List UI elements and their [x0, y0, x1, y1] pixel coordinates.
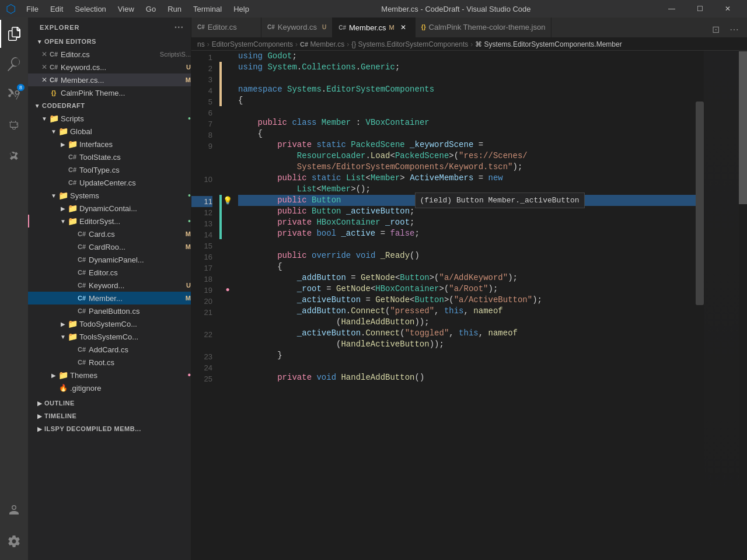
settings-icon[interactable]	[0, 527, 28, 555]
close-button[interactable]: ✕	[714, 0, 741, 18]
close-icon[interactable]: ✕	[40, 62, 49, 72]
close-icon[interactable]	[40, 88, 49, 97]
menu-selection[interactable]: Selection	[70, 4, 110, 15]
tab-close-button[interactable]: ✕	[397, 22, 409, 33]
file-addcard[interactable]: C# AddCard.cs	[28, 343, 191, 356]
file-member[interactable]: C# Member... M	[28, 292, 191, 304]
folder-todosystem[interactable]: ▶ 📁 TodoSystemCo...	[28, 317, 191, 330]
code-line-18: _addButton = GetNode<Button>("a/AddKeywo…	[238, 272, 696, 284]
file-tooltype[interactable]: C# ToolType.cs	[28, 163, 191, 176]
menu-help[interactable]: Help	[229, 4, 254, 15]
scrollbar-thumb[interactable]	[696, 102, 704, 305]
tab-calmpink-json[interactable]: {} CalmPink Theme-color-theme.json	[416, 18, 552, 37]
modified-indicator: M	[389, 24, 395, 31]
outline-section[interactable]: ▶ OUTLINE	[28, 397, 191, 410]
code-editor[interactable]: using Godot; using System.Collections.Ge…	[233, 51, 696, 560]
activity-bar-bottom	[0, 497, 28, 560]
file-editor[interactable]: C# Editor.cs	[28, 266, 191, 279]
explorer-icon[interactable]	[0, 20, 28, 48]
vscode-logo: ⬡	[6, 2, 16, 16]
modified-badge: M	[186, 230, 191, 237]
menu-view[interactable]: View	[113, 4, 139, 15]
maximize-button[interactable]: ☐	[686, 0, 713, 18]
file-keyword[interactable]: C# Keyword... U	[28, 279, 191, 292]
folder-systems[interactable]: ▼ 📁 Systems •	[28, 189, 191, 202]
sidebar-more-button[interactable]: ···	[174, 22, 184, 33]
folder-editorsystem[interactable]: ▼ 📁 EditorSyst... •	[28, 215, 191, 228]
breadcrumb-namespace[interactable]: {} Systems.EditorSystemComponents	[351, 40, 468, 48]
tab-json-icon: {}	[421, 24, 426, 30]
close-icon[interactable]: ✕	[40, 75, 49, 85]
open-editor-editor-cs[interactable]: ✕ C# Editor.cs Scripts\S...	[28, 48, 191, 61]
cs-icon: C#	[77, 358, 86, 367]
open-editors-section[interactable]: ▼ OPEN EDITORS	[28, 35, 191, 48]
open-editor-calmpink-json[interactable]: {} CalmPink Theme...	[28, 86, 191, 99]
open-editor-keyword-cs[interactable]: ✕ C# Keyword.cs... U	[28, 61, 191, 74]
titlebar: ⬡ File Edit Selection View Go Run Termin…	[0, 0, 747, 18]
code-line-24	[238, 361, 696, 372]
menu-bar: File Edit Selection View Go Run Terminal…	[22, 4, 254, 15]
account-icon[interactable]	[0, 497, 28, 525]
tab-editor-cs[interactable]: C# Editor.cs	[191, 18, 261, 37]
minimize-button[interactable]: ―	[658, 0, 685, 18]
file-root[interactable]: C# Root.cs	[28, 356, 191, 369]
menu-go[interactable]: Go	[141, 4, 160, 15]
code-line-6	[238, 106, 696, 117]
folder-icon: 📁	[58, 191, 68, 200]
lightbulb-icon[interactable]: 💡	[223, 196, 232, 205]
file-cardroot[interactable]: C# CardRoo... M	[28, 240, 191, 253]
breadcrumb-member-class[interactable]: ⌘ Systems.EditorSystemComponents.Member	[475, 40, 622, 48]
vertical-scrollbar[interactable]	[739, 51, 747, 560]
open-editors-arrow: ▼	[35, 37, 44, 46]
minimap[interactable]	[704, 51, 739, 560]
folder-global[interactable]: ▼ 📁 Global	[28, 125, 191, 138]
cs-icon: C#	[77, 255, 86, 264]
folder-toolssystem[interactable]: ▼ 📁 ToolsSystemCo...	[28, 330, 191, 343]
extensions-icon[interactable]	[0, 141, 28, 169]
close-icon[interactable]: ✕	[40, 50, 49, 59]
cs-icon: C#	[77, 242, 86, 251]
debug-dot-icon[interactable]: ●	[225, 285, 229, 293]
vertical-scrollbar-thumb[interactable]	[739, 51, 747, 204]
folder-themes[interactable]: ▶ 📁 Themes •	[28, 369, 191, 382]
breadcrumb-member-cs[interactable]: C# Member.cs	[300, 40, 344, 48]
file-card[interactable]: C# Card.cs M	[28, 228, 191, 240]
breadcrumb-editorsystemcomponents[interactable]: EditorSystemComponents	[212, 40, 293, 48]
menu-run[interactable]: Run	[163, 4, 186, 15]
menu-file[interactable]: File	[22, 4, 43, 15]
search-icon[interactable]	[0, 50, 28, 78]
open-editor-member-cs[interactable]: ✕ C# Member.cs... M	[28, 74, 191, 86]
file-panelbutton[interactable]: C# PanelButton.cs	[28, 304, 191, 317]
tab-member-cs[interactable]: C# Member.cs M ✕	[333, 18, 416, 37]
ilspy-section[interactable]: ▶ ILSPY DECOMPILED MEMB...	[28, 422, 191, 435]
cs-icon: C#	[77, 306, 86, 316]
source-control-badge: 8	[17, 84, 25, 91]
tabs-container: C# Editor.cs C# Keyword.cs U C# Member.c…	[191, 18, 747, 38]
source-control-icon[interactable]: 8	[0, 80, 28, 108]
timeline-section[interactable]: ▶ TIMELINE	[28, 410, 191, 422]
folder-icon: 📁	[68, 204, 77, 213]
folder-dynamiccontainer[interactable]: ▶ 📁 DynamicContai...	[28, 202, 191, 215]
run-debug-icon[interactable]	[0, 111, 28, 139]
split-editor-button[interactable]: ⊡	[707, 21, 724, 37]
activity-bar: 8	[0, 18, 28, 560]
menu-terminal[interactable]: Terminal	[189, 4, 226, 15]
breadcrumb-ns[interactable]: ns	[197, 40, 205, 48]
codedraft-section[interactable]: ▼ CODEDRAFT	[28, 99, 191, 112]
tab-keyword-cs[interactable]: C# Keyword.cs U	[261, 18, 333, 37]
code-line-11: public Button (field) Button Member._act…	[238, 195, 696, 206]
folder-scripts[interactable]: ▼ 📁 Scripts •	[28, 112, 191, 125]
file-gitignore[interactable]: 🔥 .gitignore	[28, 382, 191, 394]
folder-interfaces[interactable]: ▶ 📁 Interfaces	[28, 138, 191, 150]
cs-file-icon: C#	[49, 50, 58, 59]
file-updatecenter[interactable]: C# UpdateCenter.cs	[28, 176, 191, 189]
file-dynamicpanel[interactable]: C# DynamicPanel...	[28, 253, 191, 266]
code-line-3	[238, 73, 696, 84]
editor-with-scrollbar: 1 2 3 4 5 6 7 8 9 10 11 12 13 14 15 16 1…	[191, 51, 747, 560]
menu-edit[interactable]: Edit	[46, 4, 68, 15]
more-tabs-button[interactable]: ⋯	[726, 21, 742, 37]
tooltip-container: public Button (field) Button Member._act…	[238, 195, 696, 206]
cs-icon: C#	[77, 281, 86, 290]
file-toolstate[interactable]: C# ToolState.cs	[28, 150, 191, 163]
editor-scrollbar[interactable]	[696, 51, 704, 560]
